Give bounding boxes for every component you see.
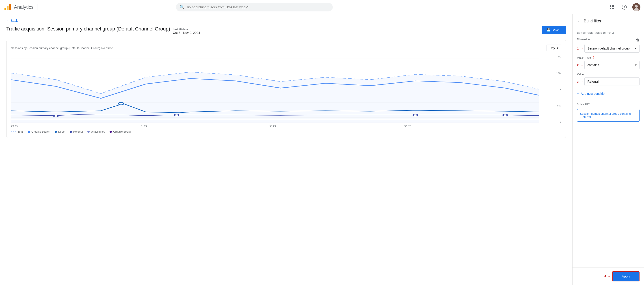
- svg-point-10: [635, 5, 638, 8]
- chart-header: Sessions by Session primary channel grou…: [11, 44, 561, 51]
- match-type-chevron-icon: ▾: [635, 63, 636, 67]
- svg-text:27: 27: [404, 124, 411, 128]
- chart-legend: Total Organic Search Direct Referral Una…: [11, 130, 561, 133]
- value-input[interactable]: [584, 77, 640, 86]
- svg-rect-4: [612, 5, 614, 7]
- chart-area: 06 Oct 13 20 27 2K 1.5K 1K 500 0: [11, 56, 561, 128]
- analytics-logo-icon: [4, 3, 12, 11]
- page-title-block: Traffic acquisition: Session primary cha…: [6, 26, 200, 34]
- value-label: Value: [577, 73, 640, 76]
- page-title: Traffic acquisition: Session primary cha…: [6, 26, 170, 32]
- chart-svg: 06 Oct 13 20 27: [11, 56, 561, 128]
- legend-organic-search-icon: [28, 130, 30, 133]
- save-label: Save...: [552, 28, 562, 32]
- apps-grid-icon[interactable]: [607, 3, 616, 12]
- legend-total-icon: [11, 132, 16, 132]
- panel-body: CONDITIONS (BUILD UP TO 5) Dimension 🗑 1…: [572, 27, 644, 268]
- logo: Analytics: [4, 3, 38, 11]
- svg-point-20: [54, 115, 58, 117]
- legend-unassigned-label: Unassigned: [91, 130, 105, 133]
- app-header: Analytics 🔍 ?: [0, 0, 644, 14]
- apply-button[interactable]: Apply: [612, 271, 640, 282]
- back-label: Back: [11, 19, 18, 22]
- conditions-label: CONDITIONS (BUILD UP TO 5): [577, 32, 640, 34]
- back-link[interactable]: ← Back: [6, 19, 566, 22]
- svg-text:20: 20: [269, 124, 276, 128]
- panel-back-icon[interactable]: ←: [577, 19, 581, 24]
- main-layout: ← Back Traffic acquisition: Session prim…: [0, 14, 644, 285]
- annotation-3: 3. →: [577, 80, 583, 83]
- y-label-1-5k: 1.5K: [556, 72, 561, 74]
- legend-total: Total: [11, 130, 23, 133]
- y-label-1k: 1K: [556, 88, 561, 91]
- svg-rect-6: [612, 8, 614, 9]
- legend-referral: Referral: [70, 130, 83, 133]
- legend-direct-icon: [55, 130, 57, 133]
- panel-header: ← Build filter: [572, 14, 644, 27]
- back-arrow-icon: ←: [6, 19, 10, 22]
- svg-point-22: [413, 114, 418, 116]
- svg-rect-2: [9, 4, 11, 10]
- legend-referral-icon: [70, 130, 72, 133]
- legend-organic-search: Organic Search: [28, 130, 50, 133]
- dimension-select[interactable]: Session default channel group ▾: [584, 44, 640, 53]
- add-condition-label: Add new condition: [581, 92, 606, 96]
- app-name: Analytics: [14, 4, 38, 10]
- search-icon: 🔍: [180, 5, 184, 10]
- annotation-2: 2. →: [577, 64, 583, 67]
- panel-footer: 4. → Apply: [572, 268, 644, 285]
- delete-icon[interactable]: 🗑: [636, 38, 640, 42]
- match-type-select[interactable]: contains ▾: [584, 61, 640, 69]
- y-label-2k: 2K: [556, 56, 561, 58]
- summary-box: Session default channel group contains '…: [577, 109, 640, 122]
- legend-organic-search-label: Organic Search: [31, 130, 50, 133]
- match-type-label: Match Type ❓: [577, 56, 640, 60]
- time-selector[interactable]: Day ▾: [546, 44, 561, 51]
- summary-text: Session default channel group contains '…: [580, 112, 631, 119]
- search-bar[interactable]: 🔍: [176, 3, 333, 12]
- main-content: ← Back Traffic acquisition: Session prim…: [0, 14, 572, 285]
- svg-rect-0: [4, 8, 6, 10]
- chevron-down-icon: ▾: [557, 46, 558, 50]
- help-icon[interactable]: ?: [620, 3, 629, 12]
- svg-text:06: 06: [11, 124, 18, 128]
- user-avatar[interactable]: [632, 3, 640, 11]
- time-selector-value: Day: [550, 46, 555, 50]
- annotation-1: 1. →: [577, 47, 583, 50]
- dimension-chevron-icon: ▾: [635, 46, 636, 50]
- svg-text:13: 13: [140, 124, 147, 128]
- date-range: Oct 6 - Nov 2, 2024: [173, 31, 200, 34]
- legend-organic-social-label: Organic Social: [113, 130, 131, 133]
- summary-section: SUMMARY Session default channel group co…: [577, 103, 640, 122]
- annotation-4: 4. →: [604, 275, 610, 278]
- svg-text:?: ?: [624, 6, 625, 9]
- search-input[interactable]: [186, 5, 329, 9]
- legend-organic-social: Organic Social: [110, 130, 131, 133]
- legend-total-label: Total: [18, 130, 23, 133]
- match-type-field: Match Type ❓ 2. → contains ▾: [577, 56, 640, 69]
- legend-unassigned: Unassigned: [88, 130, 105, 133]
- dimension-label: Dimension: [577, 38, 590, 41]
- match-type-value: contains: [587, 63, 599, 67]
- dimension-field-row: Dimension 🗑: [577, 38, 640, 42]
- add-condition-button[interactable]: + Add new condition: [577, 90, 640, 98]
- header-actions: ?: [607, 3, 640, 12]
- match-type-help-icon[interactable]: ❓: [592, 56, 595, 60]
- dimension-value: Session default channel group: [587, 46, 630, 50]
- legend-referral-label: Referral: [73, 130, 83, 133]
- last-days-label: Last 28 days: [173, 28, 188, 31]
- y-label-500: 500: [556, 104, 561, 107]
- chart-title: Sessions by Session primary channel grou…: [11, 46, 113, 50]
- y-axis-labels: 2K 1.5K 1K 500 0: [556, 56, 561, 128]
- panel-title: Build filter: [584, 19, 602, 24]
- legend-organic-social-icon: [110, 130, 112, 133]
- save-button[interactable]: 💾 Save...: [542, 26, 566, 34]
- right-panel: ← Build filter CONDITIONS (BUILD UP TO 5…: [572, 14, 644, 285]
- svg-rect-3: [610, 5, 611, 7]
- chart-section: Sessions by Session primary channel grou…: [6, 40, 566, 138]
- svg-rect-1: [7, 6, 8, 10]
- page-header: Traffic acquisition: Session primary cha…: [6, 26, 566, 34]
- summary-label: SUMMARY: [577, 103, 640, 106]
- legend-unassigned-icon: [88, 130, 90, 133]
- svg-point-19: [118, 102, 124, 105]
